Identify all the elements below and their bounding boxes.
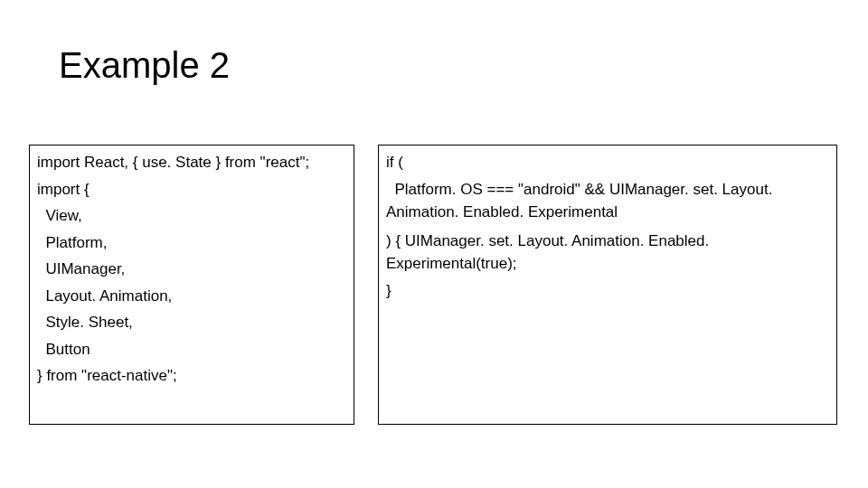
code-line: View,	[37, 204, 346, 228]
code-line: import {	[37, 178, 346, 202]
code-box-left: import React, { use. State } from "react…	[29, 145, 354, 425]
code-line: Layout. Animation,	[37, 285, 346, 308]
code-line: import React, { use. State } from "react…	[37, 151, 346, 174]
code-line: Style. Sheet,	[37, 311, 346, 334]
code-line: ) { UIManager. set. Layout. Animation. E…	[386, 230, 829, 276]
slide: Example 2 import React, { use. State } f…	[0, 0, 868, 488]
code-block: if ( Platform. OS === "android" && UIMan…	[386, 151, 829, 224]
code-line: if (	[386, 151, 829, 174]
code-line: Button	[37, 338, 346, 361]
code-box-right: if ( Platform. OS === "android" && UIMan…	[378, 145, 837, 425]
code-line: }	[386, 279, 829, 303]
code-line: Platform,	[37, 231, 346, 255]
code-line: } from "react-native";	[37, 364, 346, 388]
slide-title: Example 2	[59, 45, 230, 86]
code-line: Platform. OS === "android" && UIManager.…	[386, 178, 829, 224]
code-block: ) { UIManager. set. Layout. Animation. E…	[386, 230, 829, 303]
code-line: UIManager,	[37, 258, 346, 281]
